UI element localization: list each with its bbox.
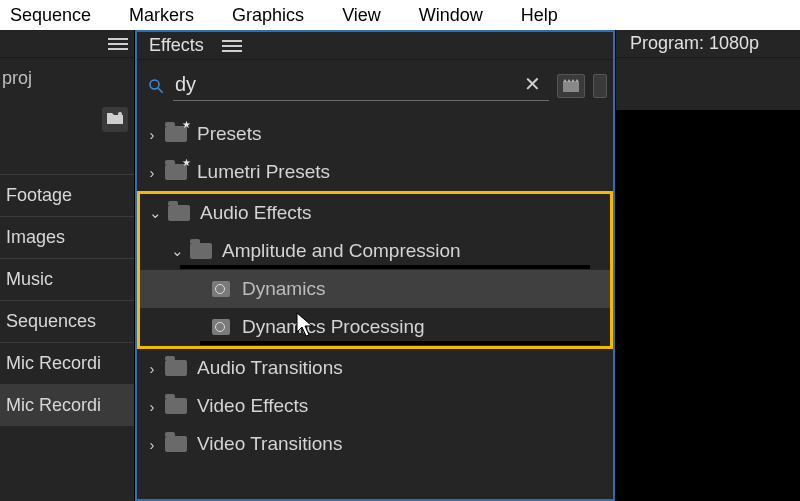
app-area: proj Footage Images Music Sequences Mic …	[0, 30, 800, 501]
effects-panel-header: Effects	[137, 32, 613, 60]
preset-icon	[212, 281, 230, 297]
tree-dynamics[interactable]: Dynamics	[140, 270, 610, 308]
chevron-right-icon[interactable]: ›	[145, 126, 159, 143]
tree-video-effects[interactable]: › Video Effects	[137, 387, 613, 425]
chevron-right-icon[interactable]: ›	[145, 164, 159, 181]
bin-images[interactable]: Images	[0, 216, 134, 258]
svg-line-2	[158, 88, 163, 93]
project-panel-header	[0, 30, 134, 58]
program-viewer[interactable]	[616, 110, 800, 501]
chevron-right-icon[interactable]: ›	[145, 436, 159, 453]
panel-menu-icon[interactable]	[108, 38, 128, 50]
star-folder-icon: ★	[165, 164, 187, 180]
project-name-suffix: proj	[0, 58, 134, 89]
tree-presets[interactable]: › ★ Presets	[137, 115, 613, 153]
effects-panel-title: Effects	[149, 35, 204, 56]
bin-footage[interactable]: Footage	[0, 174, 134, 216]
tree-label: Video Effects	[197, 395, 308, 417]
tree-label: Video Transitions	[197, 433, 342, 455]
program-panel: Program: 1080p	[615, 30, 800, 501]
chevron-down-icon[interactable]: ⌄	[148, 204, 162, 222]
tree-lumetri-presets[interactable]: › ★ Lumetri Presets	[137, 153, 613, 191]
svg-point-0	[118, 112, 122, 116]
folder-icon	[190, 243, 212, 259]
folder-icon	[165, 360, 187, 376]
highlight-box: ⌄ Audio Effects ⌄ Amplitude and Compress…	[137, 191, 613, 349]
project-toolbar	[0, 89, 134, 132]
tree-label: Audio Effects	[200, 202, 312, 224]
chevron-right-icon[interactable]: ›	[145, 360, 159, 377]
folder-icon	[165, 398, 187, 414]
search-icon	[147, 77, 165, 95]
effects-search-input[interactable]	[175, 73, 518, 96]
program-panel-title: Program: 1080p	[616, 30, 800, 58]
tree-label: Dynamics Processing	[242, 316, 425, 338]
new-bin-icon[interactable]	[557, 74, 585, 98]
star-folder-icon: ★	[165, 126, 187, 142]
tree-audio-transitions[interactable]: › Audio Transitions	[137, 349, 613, 387]
svg-rect-3	[563, 82, 579, 92]
chevron-right-icon[interactable]: ›	[145, 398, 159, 415]
bin-mic-rec-1[interactable]: Mic Recordi	[0, 342, 134, 384]
preset-icon	[212, 319, 230, 335]
menu-window[interactable]: Window	[419, 5, 483, 26]
bin-list: Footage Images Music Sequences Mic Recor…	[0, 174, 134, 426]
tree-label: Amplitude and Compression	[222, 240, 461, 262]
tree-label: Presets	[197, 123, 261, 145]
effects-tree: › ★ Presets › ★ Lumetri Presets ⌄ Audio …	[137, 111, 613, 463]
tree-amplitude-compression[interactable]: ⌄ Amplitude and Compression	[140, 232, 610, 270]
tree-label: Audio Transitions	[197, 357, 343, 379]
tree-video-transitions[interactable]: › Video Transitions	[137, 425, 613, 463]
effects-panel: Effects ✕ › ★ Presets › ★ Lumetr	[135, 30, 615, 501]
tree-label: Lumetri Presets	[197, 161, 330, 183]
chevron-down-icon[interactable]: ⌄	[170, 242, 184, 260]
open-folder-icon[interactable]	[102, 107, 128, 132]
bin-sequences[interactable]: Sequences	[0, 300, 134, 342]
tree-audio-effects[interactable]: ⌄ Audio Effects	[140, 194, 610, 232]
menu-graphics[interactable]: Graphics	[232, 5, 304, 26]
clear-search-icon[interactable]: ✕	[518, 72, 547, 96]
project-panel: proj Footage Images Music Sequences Mic …	[0, 30, 135, 501]
bin-mic-rec-2[interactable]: Mic Recordi	[0, 384, 134, 426]
effects-panel-menu-icon[interactable]	[222, 40, 242, 52]
menu-view[interactable]: View	[342, 5, 381, 26]
folder-icon	[165, 436, 187, 452]
menubar: Sequence Markers Graphics View Window He…	[0, 0, 800, 30]
menu-markers[interactable]: Markers	[129, 5, 194, 26]
folder-icon	[168, 205, 190, 221]
effects-search-row: ✕	[137, 60, 613, 111]
bin-music[interactable]: Music	[0, 258, 134, 300]
tree-dynamics-processing[interactable]: Dynamics Processing	[140, 308, 610, 346]
menu-help[interactable]: Help	[521, 5, 558, 26]
extra-toolbar-icon[interactable]	[593, 74, 607, 98]
svg-point-1	[150, 80, 159, 89]
tree-label: Dynamics	[242, 278, 325, 300]
menu-sequence[interactable]: Sequence	[10, 5, 91, 26]
